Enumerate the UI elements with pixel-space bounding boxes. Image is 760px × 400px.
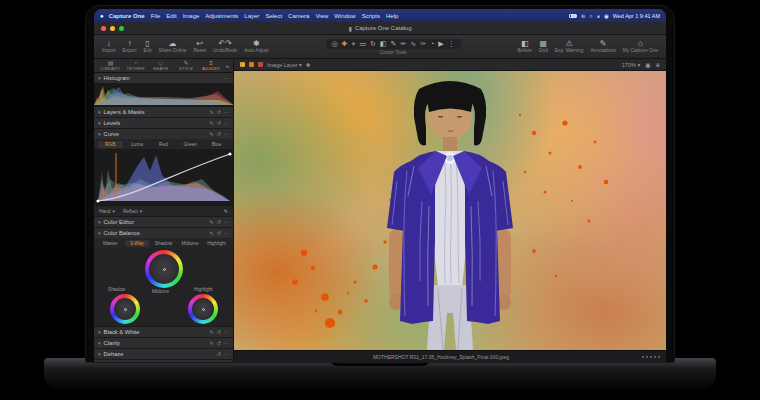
more-options-icon[interactable]: ⋯ [224,340,229,346]
curve-picker-icon[interactable]: ✎ [224,208,228,214]
reset-icon[interactable]: ↺ [217,109,221,115]
tab-library[interactable]: ▤ LIBRARY [98,60,123,71]
reset-icon[interactable]: ↺ [217,120,221,126]
annotations-button[interactable]: ✎ Annotations [590,40,615,54]
curve-reflect-dropdown[interactable]: Reflect ▾ [123,209,142,214]
menu-window[interactable]: Window [334,13,355,19]
reset-icon[interactable]: ↺ [217,351,221,357]
tab-adjust[interactable]: ≡ ADJUST [199,60,224,71]
cb-tab-midtone[interactable]: Midtone [178,240,203,247]
add-layer-icon[interactable]: ✚ [306,62,311,68]
control-center-icon[interactable]: ◕ [597,13,600,19]
wheel-handle[interactable] [163,268,166,271]
pan-tool-icon[interactable]: ◎ [332,40,338,48]
reset-icon[interactable]: ↺ [217,230,221,236]
levels-header[interactable]: ▾ Levels ✎ ↺ ⋯ [94,118,233,128]
rating-dots[interactable] [642,356,660,358]
menu-edit[interactable]: Edit [166,13,176,19]
reset-icon[interactable]: ↺ [217,329,221,335]
grid-button[interactable]: ▦ Grid [539,40,548,54]
reset-icon[interactable]: ↺ [217,219,221,225]
import-button[interactable]: ↓ Import [102,40,116,54]
clarity-header[interactable]: ▾ Clarity ✎ ↺ ⋯ [94,338,233,348]
menu-scripts[interactable]: Scripts [362,13,380,19]
curve-chart[interactable] [94,149,233,206]
more-options-icon[interactable]: ⋯ [224,351,229,357]
exposure-warning-button[interactable]: ⚠ Exp. Warning [555,40,584,54]
wheel-handle[interactable] [124,308,127,311]
cb-tab-shadow[interactable]: Shadow [151,240,176,247]
brush-icon[interactable]: ✎ [210,329,214,335]
tab-style[interactable]: ✎ STYLE [173,60,198,71]
apple-logo-icon[interactable]: ● [100,13,104,19]
erase-mask-tool-icon[interactable]: ∿ [410,40,416,48]
tab-tether[interactable]: ▫ TETHER [123,60,148,71]
vignetting-header[interactable]: ▾ Vignetting ↺ ⋯ [94,360,233,362]
histogram-header[interactable]: ▾ Histogram ⋯ [94,73,233,83]
dehaze-header[interactable]: ▾ Dehaze ↺ ⋯ [94,349,233,359]
menu-select[interactable]: Select [265,13,282,19]
brush-icon[interactable]: ✎ [210,120,214,126]
midtone-color-wheel[interactable] [145,250,183,288]
undo-redo-button[interactable]: ↶↷ Undo/Redo [213,40,237,54]
brush-icon[interactable]: ✎ [210,219,214,225]
keystone-tool-icon[interactable]: ◧ [380,40,387,48]
color-balance-header[interactable]: ▾ Color Balance ✎ ↺ ⋯ [94,228,233,238]
highlight-color-wheel[interactable] [188,294,218,324]
color-editor-header[interactable]: ▾ Color Editor ✎ ↺ ⋯ [94,217,233,227]
siri-icon[interactable]: ◉ [604,13,609,19]
select-tool-icon[interactable]: ✚ [342,40,348,48]
photo-canvas[interactable] [234,71,666,350]
rotate-tool-icon[interactable]: ↻ [370,40,376,48]
brush-icon[interactable]: ✎ [210,340,214,346]
reset-button[interactable]: ↩ Reset [193,40,206,54]
wheel-handle[interactable] [202,308,205,311]
battery-icon[interactable] [569,14,577,18]
minimize-button[interactable] [110,26,115,31]
crop-tool-icon[interactable]: ▭ [359,40,366,48]
more-options-icon[interactable]: ⋯ [224,75,229,81]
more-options-icon[interactable]: ⋯ [224,230,229,236]
zoom-button[interactable] [119,26,124,31]
zoom-level-dropdown[interactable]: 170% ▾ [622,62,640,68]
exit-button[interactable]: ▯ Exit [143,40,151,54]
search-icon[interactable]: ○ [589,13,592,19]
menu-capture-one[interactable]: Capture One [109,13,145,19]
more-options-icon[interactable]: ⋯ [224,109,229,115]
fit-screen-icon[interactable]: ▣ [645,62,650,68]
color-tag-orange[interactable] [249,62,254,67]
cb-tab-3way[interactable]: 3-Way [125,240,150,247]
more-options-icon[interactable]: ⋯ [224,120,229,126]
wifi-icon[interactable]: ≋ [581,13,586,19]
before-after-button[interactable]: ◧ Before [518,40,532,54]
menubar-clock[interactable]: Wed Apr 1 9:41 AM [613,13,660,19]
spot-tool-icon[interactable]: ✎ [391,40,397,48]
black-white-header[interactable]: ▾ Black & White ✎ ↺ ⋯ [94,327,233,337]
loupe-icon[interactable]: ⊕ [655,62,660,68]
curve-tab-red[interactable]: Red [151,141,176,148]
menu-layer[interactable]: Layer [244,13,259,19]
layer-dropdown[interactable]: Image Layer ▾ [267,62,302,68]
gradient-mask-tool-icon[interactable]: ✑ [420,40,426,48]
menu-camera[interactable]: Camera [288,13,309,19]
curve-tab-luma[interactable]: Luma [125,141,150,148]
menu-view[interactable]: View [315,13,328,19]
curve-header[interactable]: ▾ Curve ✎ ↺ ⋯ [94,129,233,139]
brush-icon[interactable]: ✎ [210,131,214,137]
cb-tab-highlight[interactable]: Highlight [204,240,229,247]
menu-adjustments[interactable]: Adjustments [205,13,238,19]
more-tools-icon[interactable]: ⋮ [448,40,455,48]
more-options-icon[interactable]: ⋯ [224,219,229,225]
pick-tool-icon[interactable]: ⌖ [351,40,355,48]
layers-masks-header[interactable]: ▾ Layers & Masks ✎ ↺ ⋯ [94,107,233,117]
menu-file[interactable]: File [151,13,161,19]
share-online-button[interactable]: ☁ Share Online [158,40,186,54]
draw-mask-tool-icon[interactable]: ✏ [400,40,406,48]
menu-image[interactable]: Image [183,13,200,19]
more-options-icon[interactable]: ⋯ [224,329,229,335]
reset-icon[interactable]: ↺ [217,131,221,137]
auto-adjust-button[interactable]: ✱ Auto Adjust [244,40,268,54]
curve-tab-blue[interactable]: Blue [204,141,229,148]
my-capture-one-button[interactable]: ⌂ My Capture One [623,40,658,54]
more-options-icon[interactable]: ⋯ [224,131,229,137]
